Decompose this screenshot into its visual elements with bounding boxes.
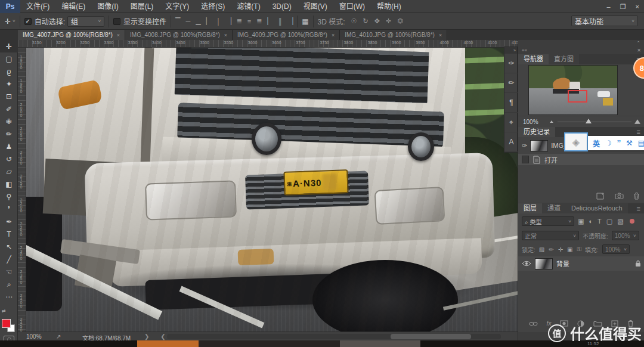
ime-punctuation-button[interactable]: ’’ (617, 139, 621, 147)
3d-slide-icon[interactable]: ✛ (386, 17, 391, 25)
history-brush-source-icon[interactable]: ✑ (522, 142, 527, 150)
new-snapshot-camera-icon[interactable] (615, 193, 624, 199)
quick-selection-tool[interactable]: ✦ (0, 78, 18, 90)
filter-toggle-light[interactable] (630, 219, 634, 224)
current-tool-badge[interactable]: ✛ ˅ (5, 17, 16, 26)
swap-colors-icon[interactable]: ⇄ (2, 308, 6, 314)
lock-transparency-icon[interactable]: ▨ (539, 246, 544, 253)
fill-value[interactable]: 100%˅ (602, 244, 630, 254)
edit-toolbar-button[interactable]: ⋯ (0, 290, 18, 303)
smudge-tool[interactable]: ❜ (0, 203, 18, 215)
vertical-ruler[interactable]: 1900195020002050210021502200225023002350… (18, 48, 26, 331)
menu-type[interactable]: 文字(Y) (159, 0, 195, 13)
layer-row-background[interactable]: 背景 (518, 256, 644, 271)
history-state-checkbox[interactable] (522, 156, 529, 163)
zoom-tool[interactable]: ⌕ (0, 278, 18, 290)
tab-layers[interactable]: 图层 (518, 203, 542, 213)
document-tab[interactable]: IMG_4009.JPG @ 100%(RGB/8*) × (233, 30, 340, 40)
close-icon[interactable]: × (332, 32, 335, 38)
tab-channels[interactable]: 通道 (542, 203, 566, 213)
dodge-tool[interactable]: ⚲ (0, 190, 18, 203)
foreground-color-swatch[interactable] (2, 319, 11, 328)
3d-drag-icon[interactable]: ✥ (374, 17, 380, 25)
path-selection-tool[interactable]: ↖ (0, 240, 18, 253)
workspace-dropdown[interactable]: 基本功能˅ (571, 16, 638, 26)
zoom-out-icon[interactable] (550, 120, 553, 123)
move-tool[interactable]: ✛ (0, 40, 18, 52)
zoom-in-icon[interactable] (634, 119, 640, 124)
link-layers-icon[interactable] (529, 321, 538, 326)
scrollbar-thumb[interactable] (391, 334, 471, 339)
align-top-icon[interactable]: ▔ (175, 17, 180, 25)
ime-clipboard-button[interactable]: ▤ (638, 139, 644, 147)
distribute-vcenter-icon[interactable]: ≡ (247, 18, 251, 25)
document-tab[interactable]: IMG_4008.JPG @ 100%(RGB/8*) × (125, 30, 233, 40)
history-state-open[interactable]: 打开 (518, 154, 644, 165)
navigator-preview[interactable] (528, 65, 618, 115)
ime-fullwidth-button[interactable]: ☽ (605, 139, 612, 147)
line-tool[interactable]: ╱ (0, 253, 18, 265)
navigator-zoom-slider[interactable] (558, 122, 631, 122)
filter-smartobject-icon[interactable]: ▧ (617, 218, 623, 225)
lasso-tool[interactable]: ϱ (0, 65, 18, 78)
distribute-bottom-icon[interactable]: ≣ (256, 17, 262, 25)
restore-button[interactable]: ❐ (620, 3, 626, 11)
menu-help[interactable]: 帮助(H) (371, 0, 407, 13)
ime-logo[interactable]: ◈ (564, 132, 588, 151)
horizontal-scrollbar[interactable] (167, 334, 501, 339)
align-right-icon[interactable]: ▕ (226, 17, 231, 25)
history-brush-tool[interactable]: ↺ (0, 153, 18, 165)
align-bottom-icon[interactable]: ▁ (196, 17, 200, 25)
clone-source-panel-icon[interactable]: ⌖ (504, 113, 518, 132)
show-transform-checkbox[interactable] (113, 18, 120, 25)
new-document-from-state-icon[interactable] (596, 192, 605, 200)
distribute-top-icon[interactable]: ≣ (237, 17, 242, 25)
eraser-tool[interactable]: ▱ (0, 165, 18, 178)
filter-pixel-icon[interactable]: ▣ (578, 218, 584, 225)
navigator-view-box[interactable] (568, 90, 587, 103)
marquee-tool[interactable]: ▢ (0, 52, 18, 65)
distribute-left-icon[interactable]: ▏ (268, 17, 273, 25)
menu-file[interactable]: 文件(F) (20, 0, 55, 13)
healing-brush-tool[interactable]: ✙ (0, 115, 18, 128)
document-canvas[interactable]: 渝 A·N30 (26, 48, 518, 331)
menu-layer[interactable]: 图层(L) (125, 0, 160, 13)
brush-settings-panel-icon[interactable]: ✏ (504, 73, 518, 93)
hand-tool[interactable]: ☜ (0, 265, 18, 278)
close-icon[interactable]: × (224, 32, 227, 38)
collapse-panels-icon[interactable]: «« (522, 47, 527, 54)
document-tab[interactable]: IMG_4007.JPG @ 100%(RGB/8*) × (18, 30, 125, 40)
tab-deliciousretouch[interactable]: DeliciousRetouch (566, 203, 628, 213)
ime-settings-button[interactable]: ⚒ (626, 139, 633, 147)
distribute-hcenter-icon[interactable]: ║ (278, 18, 283, 25)
status-zoom-value[interactable]: 100% (26, 333, 42, 340)
menu-window[interactable]: 窗口(W) (333, 0, 371, 13)
navigator-zoom-value[interactable]: 100% (523, 119, 549, 125)
menu-filter[interactable]: 滤镜(T) (231, 0, 266, 13)
lock-all-icon[interactable]: ⚿ (577, 246, 581, 253)
blend-mode-dropdown[interactable]: 正常˅ (522, 231, 579, 240)
3d-roll-icon[interactable]: ↻ (363, 17, 368, 25)
3d-camera-icon[interactable]: ⏣ (397, 17, 403, 25)
clone-stamp-tool[interactable]: ♟ (0, 140, 18, 153)
lock-artboard-icon[interactable]: ▣ (567, 246, 572, 253)
character-panel-icon[interactable]: A (504, 132, 518, 152)
tab-histogram[interactable]: 直方图 (549, 54, 579, 64)
type-tool[interactable]: T (0, 228, 18, 240)
align-hcenter-icon[interactable]: │ (216, 18, 221, 25)
minimize-button[interactable]: – (607, 3, 611, 10)
filter-adjustment-icon[interactable]: ◐ (589, 218, 593, 225)
ime-language-button[interactable]: 英 (593, 138, 600, 148)
trash-icon[interactable] (633, 192, 640, 200)
crop-tool[interactable]: ⊡ (0, 90, 18, 103)
lock-position-icon[interactable]: ✛ (558, 246, 563, 253)
distribute-right-icon[interactable]: ▕ (288, 17, 293, 25)
close-icon[interactable]: × (117, 32, 120, 38)
menu-edit[interactable]: 编辑(E) (55, 0, 91, 13)
tool-presets-panel-icon[interactable]: ✑ (504, 54, 518, 73)
scroll-up-arrow-icon[interactable]: ⌃ (636, 41, 640, 46)
auto-select-dropdown[interactable]: 组˅ (67, 16, 104, 27)
align-vcenter-icon[interactable]: ─ (186, 18, 191, 25)
visibility-eye-icon[interactable] (522, 261, 531, 267)
tab-history[interactable]: 历史记录 (518, 127, 555, 137)
